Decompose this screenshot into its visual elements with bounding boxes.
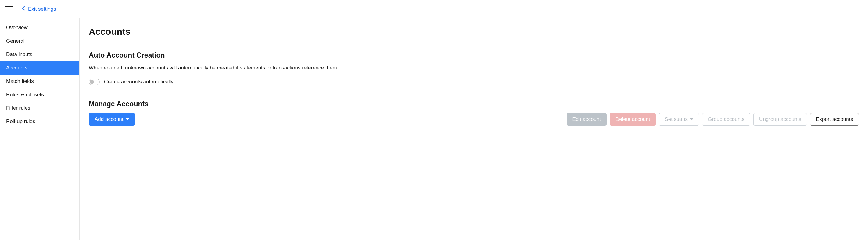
caret-down-icon <box>126 118 129 120</box>
add-account-label: Add account <box>95 116 124 123</box>
export-accounts-button[interactable]: Export accounts <box>810 113 859 126</box>
sidebar-item-data-inputs[interactable]: Data inputs <box>0 48 79 61</box>
group-accounts-button[interactable]: Group accounts <box>702 113 750 126</box>
header-bar: Exit settings <box>0 0 868 18</box>
page-title: Accounts <box>89 27 859 37</box>
sidebar-item-match-fields[interactable]: Match fields <box>0 75 79 88</box>
auto-creation-heading: Auto Account Creation <box>89 51 859 59</box>
sidebar-item-rules-rulesets[interactable]: Rules & rulesets <box>0 88 79 101</box>
auto-create-toggle[interactable] <box>89 79 100 85</box>
delete-account-button[interactable]: Delete account <box>610 113 656 126</box>
set-status-label: Set status <box>664 116 688 123</box>
delete-account-label: Delete account <box>616 116 650 123</box>
manage-toolbar: Add account Edit account Delete account … <box>89 113 859 126</box>
ungroup-accounts-label: Ungroup accounts <box>759 116 801 123</box>
auto-create-toggle-label: Create accounts automatically <box>104 79 174 85</box>
sidebar-item-general[interactable]: General <box>0 34 79 48</box>
menu-icon[interactable] <box>5 6 13 12</box>
group-accounts-label: Group accounts <box>708 116 744 123</box>
toolbar-right-group: Edit account Delete account Set status G… <box>567 113 859 126</box>
toggle-knob <box>90 80 94 84</box>
main-content: Accounts Auto Account Creation When enab… <box>80 18 868 240</box>
chevron-left-icon <box>22 6 28 12</box>
ungroup-accounts-button[interactable]: Ungroup accounts <box>753 113 807 126</box>
section-divider <box>89 93 859 93</box>
caret-down-icon <box>690 118 693 120</box>
auto-create-toggle-row: Create accounts automatically <box>89 79 859 85</box>
sidebar-item-roll-up-rules[interactable]: Roll-up rules <box>0 115 79 128</box>
section-divider <box>89 44 859 44</box>
exit-settings-label: Exit settings <box>28 6 56 12</box>
edit-account-button[interactable]: Edit account <box>567 113 607 126</box>
layout: Overview General Data inputs Accounts Ma… <box>0 18 868 240</box>
sidebar-item-overview[interactable]: Overview <box>0 21 79 34</box>
sidebar: Overview General Data inputs Accounts Ma… <box>0 18 80 240</box>
export-accounts-label: Export accounts <box>816 116 853 123</box>
manage-accounts-heading: Manage Accounts <box>89 100 859 108</box>
sidebar-item-accounts[interactable]: Accounts <box>0 61 79 75</box>
auto-creation-description: When enabled, unknown accounts will auto… <box>89 64 859 72</box>
add-account-button[interactable]: Add account <box>89 113 135 126</box>
edit-account-label: Edit account <box>572 116 601 123</box>
set-status-button[interactable]: Set status <box>659 113 699 126</box>
exit-settings-link[interactable]: Exit settings <box>22 6 56 12</box>
sidebar-item-filter-rules[interactable]: Filter rules <box>0 101 79 115</box>
